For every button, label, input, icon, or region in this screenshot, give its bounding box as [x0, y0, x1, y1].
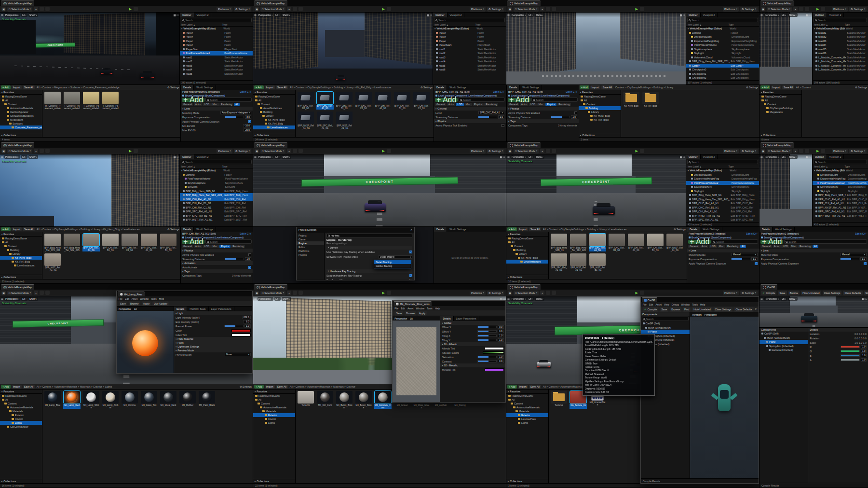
import-button[interactable]: Import [12, 85, 22, 89]
color-slider[interactable] [841, 350, 860, 352]
level-tab[interactable]: UCarBP [760, 284, 777, 290]
play-button[interactable]: ▶ [129, 149, 131, 153]
collections-footer[interactable]: ▸Collections [506, 479, 548, 483]
selection-mode-dropdown[interactable]: □Selection Mode▾ [767, 7, 792, 12]
add-actor-icon[interactable]: + [540, 149, 544, 153]
asset-tile[interactable]: BPP_Bldg_Hero_Twr_SF2_A05 [63, 234, 81, 251]
maximize-viewport-icon[interactable]: □ [177, 155, 178, 158]
menu-item[interactable]: Help [700, 303, 705, 306]
blueprints-icon[interactable] [799, 149, 803, 153]
checkbox[interactable] [409, 279, 412, 280]
viewport-3d[interactable]: ☰Perspective▾Lit▾Show▾▦□ [760, 154, 812, 226]
outliner-row[interactable]: road31StaticMeshActor [813, 31, 868, 35]
details-search[interactable]: Search [712, 239, 758, 244]
compile-results-bar[interactable]: Compile Results [641, 478, 759, 483]
save-icon[interactable]: ▣ [255, 7, 259, 11]
viewport-3d[interactable]: ☰Perspective▾Lit▾Show▾▦□ [253, 13, 433, 84]
blueprints-icon[interactable] [546, 149, 550, 153]
cinematics-icon[interactable] [298, 149, 303, 153]
settings-dropdown[interactable]: ⚙Settings▾ [234, 149, 251, 153]
toolbar-button[interactable]: Browse [670, 307, 681, 312]
save-all-button[interactable]: Save All [529, 227, 541, 231]
settings-section-header[interactable]: ▾Hardware Ray Tracing [326, 269, 412, 273]
show-dropdown[interactable]: Show▾ [788, 297, 798, 301]
perspective-dropdown[interactable]: Perspective▾ [258, 155, 273, 159]
value-number[interactable]: -10.0 [243, 124, 251, 127]
play-button[interactable]: ▶ [382, 291, 384, 295]
content-browser-settings-button[interactable]: ⚙Settings [240, 385, 252, 388]
asset-tile[interactable]: T_Concrete_Pavement_wideledge_4K_D [63, 92, 81, 110]
save-all-button[interactable]: Save All [23, 385, 35, 389]
toolbar-button[interactable]: Find [683, 307, 691, 312]
perspective-dropdown[interactable]: Perspective▾ [4, 13, 20, 17]
selection-mode-dropdown[interactable]: □Selection Mode▾ [7, 149, 32, 153]
save-icon[interactable]: ▣ [508, 149, 512, 153]
outliner-row[interactable]: PlayerPawn [180, 31, 253, 35]
settings-dropdown[interactable]: ⚙Settings▾ [487, 7, 504, 12]
blueprints-icon[interactable] [40, 7, 44, 11]
lit-mode-dropdown[interactable]: Lit▾ [528, 297, 534, 301]
save-icon[interactable]: ▣ [508, 291, 512, 295]
toolbar-button[interactable]: Browse [129, 301, 140, 306]
outliner-row[interactable]: Checkpoint2Edit Checkpoint [686, 76, 759, 80]
outliner-row[interactable]: PlayerPawn [180, 35, 253, 39]
folder-tree-item[interactable]: LevelInstances [0, 264, 42, 267]
toolbar-button[interactable]: Class Settings [714, 307, 733, 312]
checkbox[interactable]: ✓ [248, 266, 251, 269]
viewport-menu-icon[interactable]: ☰ [254, 14, 257, 16]
level-tab[interactable]: UVehicleExampleMap [254, 0, 287, 6]
gradient-bar[interactable] [483, 351, 504, 354]
details-filter-chip[interactable]: General [182, 103, 193, 106]
outliner-row[interactable]: BPP_Bldg_Hero_Twr_SF2_A05_N1Edit BPP_Bld… [180, 193, 253, 197]
lit-mode-dropdown[interactable]: Lit▾ [274, 297, 281, 301]
asset-tile[interactable]: BPP_CHI_Ref_A1_N1 [374, 92, 392, 110]
details-filter-chip[interactable]: General [435, 103, 447, 106]
outliner-row[interactable]: CarBPEdit CarBP [686, 64, 759, 68]
folder-tree-item[interactable]: RacingDemoGame [0, 394, 42, 398]
level-tab[interactable]: UVehicleExampleMap [760, 142, 794, 148]
slider-value[interactable]: 1.0 [498, 355, 504, 359]
asset-tile[interactable]: BPP_CHC_Ref_C1_N1 [355, 92, 372, 110]
cinematics-icon[interactable] [552, 291, 556, 295]
checkbox[interactable] [502, 124, 504, 127]
value-slider[interactable] [477, 360, 497, 363]
color-swatch[interactable] [231, 334, 251, 336]
toolbar-button[interactable]: Apply [418, 311, 427, 316]
tab-world-settings[interactable]: World Settings [194, 227, 216, 232]
folder-tree-item[interactable]: Building [253, 110, 295, 114]
tab-viewport2[interactable]: Viewport 2 [448, 13, 465, 17]
details-filter-chip[interactable]: Rendering [798, 245, 812, 248]
details-section-header[interactable]: ▾Tags [507, 119, 579, 123]
folder-tree-item[interactable]: Lights [506, 421, 548, 425]
outliner-root-row[interactable]: ▾VehicleExampleMap (Editor)World [686, 168, 759, 173]
parameter-tab[interactable]: Details [174, 307, 187, 311]
viewport-tab[interactable]: Viewport [691, 313, 702, 317]
tab-outliner[interactable]: Outliner [180, 154, 194, 159]
show-dropdown[interactable]: Show▾ [28, 297, 38, 301]
camera-speed-icon[interactable]: ▦ [862, 297, 864, 300]
folder-tree-item[interactable]: CarConfigurator [0, 425, 42, 429]
value-number[interactable]: 20.0 [244, 128, 251, 132]
add-actor-icon[interactable]: + [287, 7, 291, 11]
menu-item[interactable]: View [664, 303, 669, 306]
add-component-button[interactable]: + Add [182, 240, 204, 244]
folder-tree-item[interactable]: Surfaces [0, 122, 42, 125]
outliner-row[interactable]: road4StaticMeshActor [180, 68, 253, 72]
folder-tree-item[interactable]: Materials [0, 409, 42, 413]
outliner-row[interactable]: PlayerPawn [180, 43, 253, 47]
slider-value[interactable]: 1.0 [571, 115, 577, 119]
content-browser-settings-button[interactable]: ⚙Settings [674, 228, 686, 231]
asset-tile[interactable]: BPP_SPC_Ref_B1_N1 [160, 234, 177, 251]
viewport-3d[interactable]: ☰Perspective▾Lit▾Show▾▦□ [760, 13, 812, 84]
menu-item[interactable]: Help [435, 307, 440, 310]
outliner-row[interactable]: PlayerPawn [433, 31, 506, 35]
add-component-button[interactable]: + Add [760, 240, 783, 244]
folder-tree-item[interactable]: Content [506, 244, 548, 248]
settings-dropdown[interactable]: ⚙Settings▾ [234, 7, 251, 12]
blueprints-icon[interactable] [293, 7, 297, 11]
add-component-button[interactable]: + Add [688, 240, 711, 244]
details-filter-chip[interactable]: Rendering [726, 245, 740, 248]
outliner-col-item-label[interactable]: Item Label ▲ [814, 23, 845, 26]
save-all-button[interactable]: Save All [276, 85, 288, 89]
menu-item[interactable]: Help [159, 297, 164, 300]
